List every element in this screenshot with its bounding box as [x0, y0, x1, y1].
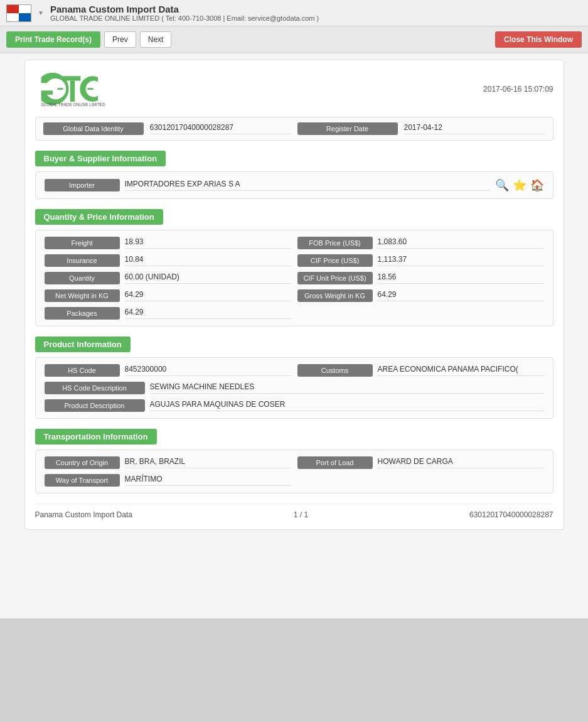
buyer-supplier-section: Buyer & Supplier Information Importer IM…	[35, 151, 553, 199]
fob-price-value: 1,083.60	[378, 237, 544, 249]
cif-unit-price-field: CIF Unit Price (US$) 18.56	[297, 272, 544, 284]
hs-code-desc-value: SEWING MACHINE NEEDLES	[150, 382, 544, 394]
hs-code-desc-row: HS Code Description SEWING MACHINE NEEDL…	[45, 382, 544, 394]
svg-rect-1	[70, 81, 74, 102]
cif-unit-price-value: 18.56	[378, 272, 544, 284]
quantity-price-section: Quantity & Price Information Freight 18.…	[35, 209, 553, 326]
next-button[interactable]: Next	[140, 31, 172, 48]
card-footer: Panama Custom Import Data 1 / 1 63012017…	[35, 504, 553, 519]
buyer-supplier-body: Importer IMPORTADORES EXP ARIAS S A 🔍 ⭐ …	[35, 171, 553, 199]
global-data-identity-value: 63012017040000028287	[150, 123, 291, 134]
product-desc-field: Product Description AGUJAS PARA MAQUINAS…	[45, 399, 544, 412]
top-bar: ▼ Panama Custom Import Data GLOBAL TRADE…	[0, 0, 588, 26]
importer-label: Importer	[45, 179, 120, 191]
netweight-grossweight-row: Net Weight in KG 64.29 Gross Weight in K…	[45, 289, 544, 302]
hs-code-label: HS Code	[45, 364, 120, 377]
prev-button[interactable]: Prev	[104, 31, 136, 48]
record-card: GLOBAL TRADE ONLINE LIMITED 2017-06-16 1…	[24, 60, 564, 530]
quantity-cifunit-row: Quantity 60.00 (UNIDAD) CIF Unit Price (…	[45, 272, 544, 284]
freight-field: Freight 18.93	[45, 237, 291, 249]
transportation-section: Transportation Information Country of Or…	[35, 429, 553, 493]
toolbar: Print Trade Record(s) Prev Next Close Th…	[0, 26, 588, 53]
flag-icon	[6, 4, 31, 22]
gross-weight-label: Gross Weight in KG	[297, 289, 373, 302]
net-weight-value: 64.29	[125, 290, 291, 301]
register-date-value: 2017-04-12	[404, 123, 545, 134]
insurance-label: Insurance	[45, 254, 120, 267]
product-header: Product Information	[35, 337, 131, 352]
quantity-label: Quantity	[45, 272, 120, 284]
quantity-price-header: Quantity & Price Information	[35, 209, 163, 225]
quantity-price-body: Freight 18.93 FOB Price (US$) 1,083.60 I…	[35, 230, 553, 326]
way-of-transport-row: Way of Transport MARÍTIMO	[45, 474, 544, 487]
app-subtitle: GLOBAL TRADE ONLINE LIMITED ( Tel: 400-7…	[50, 14, 582, 22]
packages-value: 64.29	[125, 308, 291, 319]
hs-code-desc-field: HS Code Description SEWING MACHINE NEEDL…	[45, 382, 544, 394]
cif-unit-price-label: CIF Unit Price (US$)	[297, 272, 373, 284]
cif-price-label: CIF Price (US$)	[297, 254, 373, 267]
footer-page-info: 1 / 1	[294, 510, 308, 519]
importer-row: Importer IMPORTADORES EXP ARIAS S A 🔍 ⭐ …	[45, 178, 544, 192]
close-button[interactable]: Close This Window	[495, 31, 582, 48]
svg-text:GLOBAL TRADE ONLINE LIMITED: GLOBAL TRADE ONLINE LIMITED	[41, 102, 105, 107]
product-section: Product Information HS Code 8452300000 C…	[35, 337, 553, 419]
transportation-header: Transportation Information	[35, 429, 157, 445]
country-of-origin-value: BR, BRA, BRAZIL	[125, 457, 291, 468]
footer-record-id: 63012017040000028287	[469, 510, 553, 519]
packages-label: Packages	[45, 307, 120, 320]
packages-row: Packages 64.29	[45, 307, 544, 320]
quantity-field: Quantity 60.00 (UNIDAD)	[45, 272, 291, 284]
packages-field: Packages 64.29	[45, 307, 291, 320]
product-desc-row: Product Description AGUJAS PARA MAQUINAS…	[45, 399, 544, 412]
way-of-transport-field: Way of Transport MARÍTIMO	[45, 474, 291, 487]
hscode-customs-row: HS Code 8452300000 Customs AREA ECONOMIC…	[45, 364, 544, 377]
country-port-row: Country of Origin BR, BRA, BRAZIL Port o…	[45, 456, 544, 469]
country-of-origin-label: Country of Origin	[45, 456, 120, 469]
register-date-label: Register Date	[297, 122, 398, 135]
product-desc-value: AGUJAS PARA MAQUINAS DE COSER	[150, 400, 544, 411]
timestamp: 2017-06-16 15:07:09	[483, 85, 553, 94]
logo-area: GLOBAL TRADE ONLINE LIMITED	[35, 70, 117, 108]
way-of-transport-value: MARÍTIMO	[125, 475, 291, 486]
svg-rect-0	[63, 76, 80, 80]
gross-weight-value: 64.29	[378, 290, 544, 301]
port-of-load-value: HOWARD DE CARGA	[378, 457, 544, 468]
insurance-value: 10.84	[125, 255, 291, 266]
fob-price-field: FOB Price (US$) 1,083.60	[297, 237, 544, 249]
country-of-origin-field: Country of Origin BR, BRA, BRAZIL	[45, 456, 291, 469]
fob-price-label: FOB Price (US$)	[297, 237, 373, 249]
card-header: GLOBAL TRADE ONLINE LIMITED 2017-06-16 1…	[35, 70, 553, 108]
hs-code-desc-label: HS Code Description	[45, 382, 145, 394]
importer-icons: 🔍 ⭐ 🏠	[495, 178, 544, 192]
cif-price-value: 1,113.37	[378, 255, 544, 266]
main-content: GLOBAL TRADE ONLINE LIMITED 2017-06-16 1…	[0, 53, 588, 618]
freight-fob-row: Freight 18.93 FOB Price (US$) 1,083.60	[45, 237, 544, 249]
hs-code-field: HS Code 8452300000	[45, 364, 291, 377]
freight-value: 18.93	[125, 237, 291, 249]
port-of-load-label: Port of Load	[297, 456, 373, 469]
dropdown-arrow[interactable]: ▼	[38, 9, 44, 16]
transportation-body: Country of Origin BR, BRA, BRAZIL Port o…	[35, 450, 553, 493]
global-data-identity-label: Global Data Identity	[43, 122, 144, 135]
insurance-field: Insurance 10.84	[45, 254, 291, 267]
insurance-cif-row: Insurance 10.84 CIF Price (US$) 1,113.37	[45, 254, 544, 267]
app-title: Panama Custom Import Data	[50, 4, 582, 14]
home-icon[interactable]: 🏠	[530, 178, 544, 192]
way-of-transport-label: Way of Transport	[45, 474, 120, 487]
net-weight-label: Net Weight in KG	[45, 289, 120, 302]
importer-value: IMPORTADORES EXP ARIAS S A	[125, 180, 490, 191]
buyer-supplier-header: Buyer & Supplier Information	[35, 151, 166, 166]
product-body: HS Code 8452300000 Customs AREA ECONOMIC…	[35, 357, 553, 419]
customs-label: Customs	[297, 364, 373, 377]
customs-value: AREA ECONOMICA PANAMA PACIFICO(	[378, 365, 544, 376]
print-button[interactable]: Print Trade Record(s)	[6, 31, 100, 48]
star-icon[interactable]: ⭐	[513, 178, 527, 192]
search-icon[interactable]: 🔍	[495, 178, 509, 192]
gross-weight-field: Gross Weight in KG 64.29	[297, 289, 544, 302]
company-logo: GLOBAL TRADE ONLINE LIMITED	[35, 70, 117, 108]
quantity-value: 60.00 (UNIDAD)	[125, 272, 291, 284]
identity-row: Global Data Identity 6301201704000002828…	[35, 117, 553, 141]
hs-code-value: 8452300000	[125, 365, 291, 376]
port-of-load-field: Port of Load HOWARD DE CARGA	[297, 456, 544, 469]
footer-record-type: Panama Custom Import Data	[35, 510, 132, 519]
